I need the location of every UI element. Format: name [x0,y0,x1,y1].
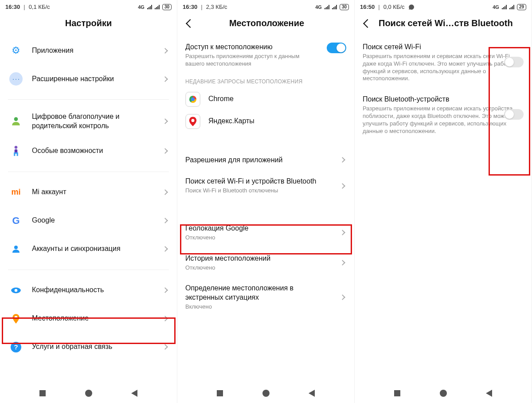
row-label: Доступ к местоположению [185,43,319,52]
nav-back-button[interactable] [309,390,315,397]
chevron-right-icon [340,157,345,163]
nav-home-button[interactable] [85,390,92,397]
whatsapp-icon [408,4,415,10]
chevron-right-icon [340,183,345,189]
row-feedback[interactable]: ? Услуги и обратная связь [0,333,177,361]
back-button[interactable] [363,19,372,28]
nav-recent-button[interactable] [39,390,46,396]
nav-recent-button[interactable] [394,390,400,396]
signal-icon [332,5,337,9]
location-access-toggle[interactable] [327,43,346,53]
header: Местоположение [177,12,354,36]
row-app-permissions[interactable]: Разрешения для приложений [177,149,354,171]
row-wellbeing[interactable]: Цифровое благополучие и родительский кон… [0,106,177,137]
signal-icon [147,5,152,9]
row-label: Mi аккаунт [32,188,155,197]
signal-icon [509,5,514,9]
row-label: Поиск сетей Wi-Fi [363,43,514,52]
chevron-right-icon [162,148,168,154]
row-google[interactable]: G Google [0,207,177,235]
chevron-right-icon [340,230,345,236]
row-label: Поиск Bluetooth-устройств [363,95,514,104]
eye-icon [10,285,22,296]
row-label: Особые возможности [32,146,155,156]
chrome-icon [185,92,200,107]
row-apps[interactable]: ⚙ Приложения [0,36,177,65]
chevron-right-icon [340,260,345,266]
row-label: Приложения [32,46,155,55]
nav-home-button[interactable] [440,390,447,397]
row-location-history[interactable]: История местоположений Отключено [177,248,354,278]
nav-bar [0,383,177,403]
signal-icon [325,5,329,9]
row-mi-account[interactable]: mi Mi аккаунт [0,178,177,207]
status-speed: 0,1 КБ/с [29,4,50,10]
divider [8,172,169,172]
svg-point-5 [15,289,18,292]
app-label: Chrome [208,94,346,104]
row-bt-scan[interactable]: Поиск Bluetooth-устройств Разрешить прил… [355,89,532,141]
phone-2-location: 16:30 | 2,3 КБ/с 4G 30 Местоположение До… [177,0,355,403]
yandex-maps-icon [185,114,200,129]
svg-point-10 [192,119,195,122]
row-location[interactable]: Местоположение [0,305,177,333]
nav-back-button[interactable] [131,390,137,397]
chevron-right-icon [162,218,168,223]
row-label: Расширенные настройки [32,74,155,84]
status-net: 4G [315,4,322,10]
row-sublabel: Отключено [185,234,332,242]
row-google-location[interactable]: Геолокация Google Отключено [177,218,354,248]
accessibility-icon [10,145,22,157]
signal-icon [155,5,160,9]
google-icon: G [12,215,20,227]
header: Настройки [0,12,177,36]
battery-icon: 30 [340,4,349,10]
row-app-yandex-maps[interactable]: Яндекс.Карты [177,110,354,133]
signal-icon [502,5,507,9]
nav-bar [355,383,532,403]
wifi-scan-toggle[interactable] [504,57,524,67]
help-icon: ? [11,342,21,352]
row-label: История местоположений [185,254,332,263]
page-title: Настройки [8,18,169,28]
chevron-right-icon [162,287,168,293]
row-emergency-location[interactable]: Определение местоположения в экстренных … [177,278,354,317]
row-label: Геолокация Google [185,224,332,233]
nav-back-button[interactable] [486,390,492,397]
chevron-right-icon [162,76,168,82]
nav-home-button[interactable] [262,390,270,397]
row-accessibility[interactable]: Особые возможности [0,137,177,165]
row-privacy[interactable]: Конфиденциальность [0,276,177,305]
more-icon: ⋯ [9,72,23,86]
nav-bar [177,383,354,403]
row-sublabel: Разрешить приложениям доступ к данным ва… [185,53,319,68]
svg-point-1 [15,146,18,149]
divider [8,270,169,270]
row-wifi-scan[interactable]: Поиск сетей Wi-Fi Разрешить приложениям … [355,36,532,89]
bt-scan-toggle[interactable] [504,109,524,120]
row-sublabel: Разрешить приложениям и сервисам искать … [363,105,514,135]
row-accounts-sync[interactable]: Аккаунты и синхронизация [0,235,177,263]
row-advanced[interactable]: ⋯ Расширенные настройки [0,65,177,93]
page-title: Поиск сетей Wi…ств Bluetooth [379,18,524,28]
row-sublabel: Разрешить приложениям и сервисам искать … [363,53,514,83]
chevron-right-icon [162,246,168,252]
row-label: Определение местоположения в экстренных … [185,284,332,302]
section-recent-requests: НЕДАВНИЕ ЗАПРОСЫ МЕСТОПОЛОЖЕНИЯ [177,74,354,88]
row-wifi-bt-scan[interactable]: Поиск сетей Wi-Fi и устройств Bluetooth … [177,171,354,201]
row-sublabel: Включено [185,303,332,311]
divider [8,99,169,100]
row-label: Аккаунты и синхронизация [32,244,155,254]
status-time: 16:30 [183,4,197,10]
status-speed: 0,0 КБ/с [383,4,405,10]
row-label: Местоположение [32,314,155,323]
nav-recent-button[interactable] [217,390,223,396]
row-location-access[interactable]: Доступ к местоположению Разрешить прилож… [177,36,354,74]
row-app-chrome[interactable]: Chrome [177,88,354,110]
row-label: Услуги и обратная связь [32,342,155,352]
page-title: Местоположение [187,18,346,28]
status-net: 4G [138,4,145,10]
row-label: Поиск сетей Wi-Fi и устройств Bluetooth [185,177,332,186]
chevron-right-icon [162,344,168,350]
status-bar: 16:50 | 0,0 КБ/с 4G 29 [355,0,532,12]
